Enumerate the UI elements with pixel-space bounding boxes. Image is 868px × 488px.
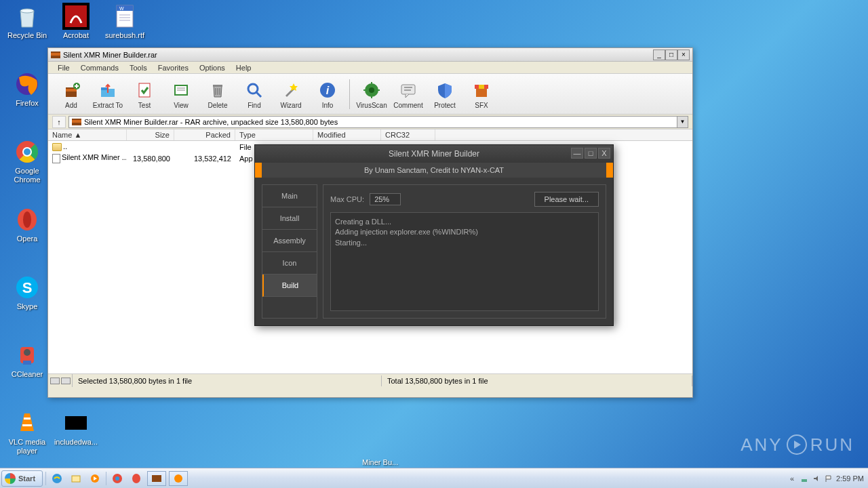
log-line: Creating a DLL... <box>335 217 594 227</box>
column-header-crc32[interactable]: CRC32 <box>381 129 435 140</box>
tray-volume-icon[interactable] <box>812 474 821 483</box>
winrar-menubar: FileCommandsToolsFavoritesOptionsHelp <box>48 62 692 74</box>
miner-minimize-button[interactable]: — <box>571 148 583 159</box>
taskbar-opera-icon[interactable] <box>128 471 144 486</box>
svg-rect-58 <box>72 120 81 123</box>
icon-label: Opera <box>4 235 50 243</box>
toolbar-extract-to-button[interactable]: Extract To <box>90 76 125 113</box>
winrar-statusbar: Selected 13,580,800 bytes in 1 file Tota… <box>48 373 692 387</box>
tab-build[interactable]: Build <box>262 274 317 297</box>
toolbar-info-button[interactable]: iInfo <box>310 76 345 113</box>
miner-builder-window: Silent XMR Miner Builder — □ X By Unam S… <box>254 144 614 326</box>
desktop-icon-skype[interactable]: SSkype <box>4 274 50 311</box>
tool-label: View <box>174 102 189 109</box>
app-icon: S <box>14 274 41 301</box>
svg-point-65 <box>132 474 140 483</box>
toolbar-test-button[interactable]: Test <box>127 76 162 113</box>
toolbar-virusscan-button[interactable]: VirusScan <box>354 76 389 113</box>
menu-options[interactable]: Options <box>194 63 231 73</box>
tab-assembly[interactable]: Assembly <box>262 230 317 252</box>
miner-close-button[interactable]: X <box>598 148 610 159</box>
column-header-packed[interactable]: Packed <box>174 129 235 140</box>
maximize-button[interactable]: □ <box>665 49 677 60</box>
desktop-icon-vlc-media-player[interactable]: VLC media player <box>4 409 50 455</box>
toolbar-view-button[interactable]: View <box>163 76 199 113</box>
taskbar-chrome-icon[interactable] <box>109 471 125 486</box>
miner-maximize-button[interactable]: □ <box>585 148 597 159</box>
max-cpu-label: Max CPU: <box>330 195 364 203</box>
icon-label: includedwa... <box>53 438 99 447</box>
taskbar-explorer-icon[interactable] <box>68 471 84 486</box>
desktop-icon-includedwa-[interactable]: includedwa... <box>53 409 99 447</box>
tool-label: Comment <box>393 102 422 109</box>
svg-rect-32 <box>139 83 150 97</box>
status-selected: Selected 13,580,800 bytes in 1 file <box>73 375 382 386</box>
column-header-size[interactable]: Size <box>127 129 174 140</box>
taskbar-task-label-overflow: Miner Bu... <box>362 458 398 466</box>
tray-clock[interactable]: 2:59 PM <box>836 474 864 483</box>
toolbar-comment-button[interactable]: Comment <box>391 76 426 113</box>
winrar-titlebar[interactable]: Silent XMR Miner Builder.rar _ □ × <box>48 48 692 62</box>
svg-point-67 <box>174 474 182 483</box>
path-input[interactable]: Silent XMR Miner Builder.rar - RAR archi… <box>68 116 688 128</box>
icon-label: Google Chrome <box>4 167 50 184</box>
desktop-icon-recycle-bin[interactable]: Recycle Bin <box>4 3 50 40</box>
svg-rect-24 <box>65 416 87 430</box>
menu-tools[interactable]: Tools <box>124 63 153 73</box>
tab-main[interactable]: Main <box>262 185 317 207</box>
toolbar-add-button[interactable]: Add <box>54 76 89 113</box>
toolbar-sfx-button[interactable]: SFX <box>464 76 499 113</box>
taskbar-ie-icon[interactable] <box>49 471 65 486</box>
toolbar-wizard-button[interactable]: Wizard <box>273 76 309 113</box>
menu-favorites[interactable]: Favorites <box>153 63 194 73</box>
taskbar-task-miner[interactable] <box>169 471 188 486</box>
tab-icon[interactable]: Icon <box>262 252 317 274</box>
desktop-icon-opera[interactable]: Opera <box>4 206 50 243</box>
taskbar-task-winrar[interactable] <box>147 471 166 486</box>
build-button[interactable]: Please wait... <box>534 192 599 207</box>
toolbar-delete-button[interactable]: Delete <box>200 76 235 113</box>
up-button[interactable]: ↑ <box>52 116 66 128</box>
desktop-icon-firefox[interactable]: Firefox <box>4 70 50 108</box>
list-header: Name ▲SizePackedTypeModifiedCRC32 <box>48 129 692 141</box>
app-icon <box>62 3 90 30</box>
info-icon: i <box>317 79 338 101</box>
test-icon <box>134 79 155 101</box>
toolbar-find-button[interactable]: Find <box>237 76 272 113</box>
miner-credit-bar: By Unam Sanctam, Credit to NYAN-x-CAT <box>255 163 613 178</box>
icon-label: Firefox <box>4 99 50 108</box>
svg-rect-51 <box>401 85 415 94</box>
menu-help[interactable]: Help <box>231 63 257 73</box>
desktop-icon-surebush-rtf[interactable]: Wsurebush.rtf <box>102 3 148 40</box>
tab-install[interactable]: Install <box>262 207 317 230</box>
menu-file[interactable]: File <box>52 63 75 73</box>
app-icon <box>14 409 41 436</box>
path-dropdown-icon[interactable]: ▼ <box>677 117 688 127</box>
start-button[interactable]: Start <box>1 470 43 487</box>
virusscan-icon <box>361 79 382 101</box>
column-header-name[interactable]: Name ▲ <box>48 129 127 140</box>
tool-label: Find <box>248 102 260 109</box>
svg-point-41 <box>248 84 258 94</box>
desktop-icon-acrobat[interactable]: Acrobat <box>53 3 99 40</box>
miner-titlebar[interactable]: Silent XMR Miner Builder — □ X <box>255 145 613 163</box>
tray-network-icon[interactable] <box>800 474 809 483</box>
taskbar-media-icon[interactable] <box>87 471 103 486</box>
tray-expand-icon[interactable]: « <box>787 474 797 483</box>
app-icon <box>14 70 41 98</box>
max-cpu-select[interactable]: 25% <box>370 193 401 205</box>
protect-icon <box>434 79 456 101</box>
menu-commands[interactable]: Commands <box>75 63 124 73</box>
tray-flag-icon[interactable] <box>824 474 833 483</box>
column-header-type[interactable]: Type <box>235 129 313 140</box>
svg-rect-28 <box>66 89 77 92</box>
toolbar-protect-button[interactable]: Protect <box>427 76 462 113</box>
winrar-pathbar: ↑ Silent XMR Miner Builder.rar - RAR arc… <box>48 115 692 129</box>
minimize-button[interactable]: _ <box>653 49 665 60</box>
desktop-icon-google-chrome[interactable]: Google Chrome <box>4 138 50 184</box>
close-button[interactable]: × <box>677 49 690 60</box>
column-header-modified[interactable]: Modified <box>313 129 381 140</box>
delete-icon <box>207 79 229 101</box>
desktop-icon-ccleaner[interactable]: CCleaner <box>4 342 50 379</box>
path-text: Silent XMR Miner Builder.rar - RAR archi… <box>84 118 338 126</box>
